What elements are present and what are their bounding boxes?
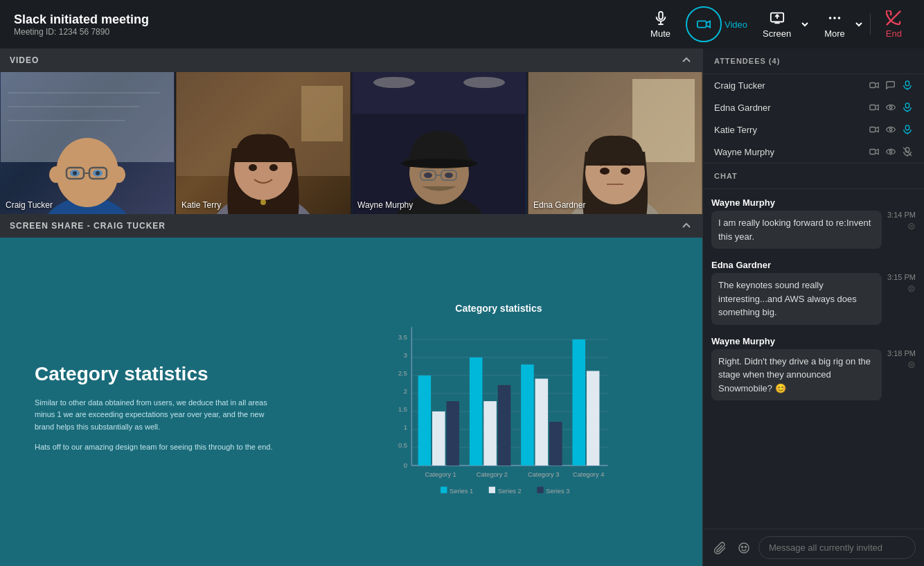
attendee-name-katie: Katie Terry [714,125,862,135]
svg-point-22 [73,171,77,175]
svg-rect-0 [659,11,663,19]
katie-name: Katie Terry [181,200,221,210]
svg-text:3: 3 [404,352,407,359]
attachment-button[interactable] [711,539,729,557]
svg-rect-72 [470,357,483,466]
svg-point-23 [96,171,100,175]
bar-chart: 0 0.5 1 1.5 2 2.5 3 3.5 [328,321,669,501]
emoji-icon [738,542,750,554]
msg-meta-3: 3:18 PM ⊜ [887,349,916,370]
svg-text:1: 1 [404,424,407,431]
svg-text:Category 2: Category 2 [477,471,508,478]
svg-rect-85 [441,487,447,493]
edna-icons [869,102,913,113]
svg-text:Series 1: Series 1 [450,488,473,495]
svg-rect-76 [535,379,549,466]
chat-input-field[interactable] [758,536,916,559]
msg-bubble-2: The keynotes sound really interesting...… [711,273,916,325]
svg-rect-94 [870,105,876,110]
msg-bubble-3: Right. Didn't they drive a big rig on th… [711,349,916,401]
svg-point-28 [249,164,257,171]
edna-video-art [528,72,702,214]
svg-point-100 [887,127,895,132]
svg-point-30 [260,200,266,205]
screen-share-label: SCREEN SHARE - CRAIG TUCKER [10,221,166,231]
end-button[interactable]: End [878,6,910,43]
svg-point-7 [838,17,841,19]
katie-video-art [176,72,350,214]
svg-point-106 [889,150,892,153]
svg-text:0: 0 [404,462,407,469]
meeting-title: Slack initiated meeting [14,12,621,27]
svg-text:2: 2 [404,388,407,395]
msg-bubble-1: I am really looking forward to re:Invent… [711,211,916,249]
collapse-screen-icon[interactable] [680,220,693,232]
svg-text:Series 2: Series 2 [498,488,522,495]
attendee-name-wayne: Wayne Murphy [714,147,862,157]
svg-rect-78 [573,339,586,466]
wayne-icons [869,146,913,157]
svg-text:Category 1: Category 1 [425,471,456,478]
video-section-label: VIDEO [10,55,39,65]
svg-rect-70 [432,412,445,466]
katie-icons [869,124,913,135]
slide-title: Category statistics [35,362,274,386]
screen-chevron-icon[interactable] [801,20,809,28]
slide-paragraph2: Hats off to our amazing design team for … [35,441,274,454]
svg-rect-91 [870,83,876,88]
attendee-name-craig: Craig Tucker [714,80,862,91]
meeting-id: Meeting ID: 1234 56 7890 [14,27,621,37]
video-button[interactable] [686,6,722,42]
svg-point-105 [887,150,895,154]
emoji-button[interactable] [735,539,753,557]
chat-messages: Wayne Murphy I am really looking forward… [703,189,924,529]
svg-point-5 [829,17,832,19]
more-button[interactable]: More [816,6,853,43]
msg-action-2[interactable]: ⊜ [907,283,916,294]
svg-text:1.5: 1.5 [398,406,407,413]
attendee-row[interactable]: Craig Tucker [703,74,924,96]
svg-rect-104 [870,150,876,154]
msg-action-1[interactable]: ⊜ [907,220,916,231]
svg-point-95 [887,105,895,110]
svg-point-33 [373,77,415,88]
msg-sender-1: Wayne Murphy [711,197,916,208]
mute-button[interactable]: Mute [642,6,679,43]
screen-share-button[interactable]: Screen [754,6,799,43]
svg-text:2.5: 2.5 [398,370,407,377]
attendee-row[interactable]: Wayne Murphy [703,141,924,163]
video-tile-katie: Katie Terry [176,72,352,214]
svg-point-38 [401,159,477,168]
edna-name: Edna Gardner [533,200,585,210]
svg-point-34 [463,77,505,88]
svg-rect-74 [498,385,511,466]
video-tile-wayne: Wayne Murphy [352,72,528,214]
svg-text:Series 3: Series 3 [547,488,570,495]
craig-mic-icon [902,80,913,91]
svg-rect-25 [301,86,343,141]
svg-rect-73 [484,401,497,466]
edna-video-icon [869,102,880,113]
msg-text-2: The keynotes sound really interesting...… [711,273,882,325]
msg-text-3: Right. Didn't they drive a big rig on th… [711,349,882,401]
more-chevron-icon[interactable] [855,20,863,28]
svg-point-43 [445,173,453,178]
chat-message-2: Edna Gardner The keynotes sound really i… [711,260,916,325]
craig-icons [869,80,913,91]
svg-point-6 [833,17,836,19]
slide-paragraph1: Similar to other data obtained from user… [35,397,274,434]
right-panel: ATTENDEES (4) Craig Tucker [702,48,924,566]
collapse-video-icon[interactable] [680,54,693,67]
msg-action-3[interactable]: ⊜ [907,359,916,370]
svg-text:Category 4: Category 4 [573,471,604,478]
main-area: VIDEO [0,48,924,566]
chat-message-1: Wayne Murphy I am really looking forward… [711,197,916,249]
attendee-row[interactable]: Katie Terry [703,118,924,141]
msg-sender-2: Edna Gardner [711,260,916,270]
attendee-row[interactable]: Edna Gardner [703,96,924,118]
msg-time-3: 3:18 PM [887,349,916,357]
svg-rect-77 [549,422,562,466]
end-call-icon [886,10,901,26]
topbar-controls: Mute Video Screen More [642,6,910,43]
chat-section: CHAT Wayne Murphy I am really looking fo… [703,163,924,566]
